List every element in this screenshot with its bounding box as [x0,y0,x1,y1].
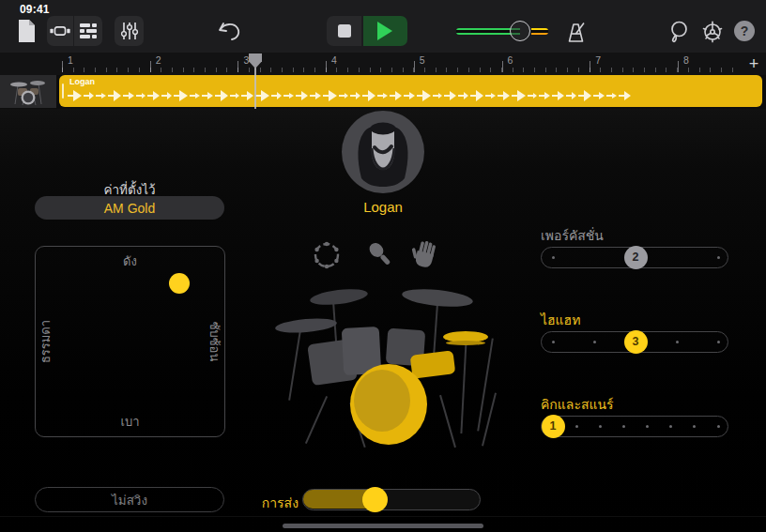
gear-icon [700,20,725,44]
bar-number: 7 [595,54,601,66]
hihat-complexity-slider[interactable]: 3 [541,331,728,353]
my-songs-button[interactable] [11,17,41,45]
slider-dot[interactable] [646,425,649,428]
slider-dot[interactable] [676,341,679,343]
drumkit-thumbnail-icon [7,77,50,106]
fills-thumb[interactable] [362,487,388,512]
track-header-drums[interactable] [0,75,56,108]
region-waveform [68,87,757,103]
hand-icon [409,239,441,271]
region-trim-handle[interactable] [62,84,64,99]
kick-drum-head [354,370,410,432]
home-indicator[interactable] [283,524,483,528]
tracks-view-icon [79,23,98,39]
garageband-drummer-screen: 09:41 [0,0,766,532]
fills-slider[interactable] [302,489,481,510]
slider-dot[interactable] [717,341,720,343]
drumkit-graphic[interactable] [263,281,503,458]
percussion-complexity-slider[interactable]: 2 [541,247,728,268]
settings-button[interactable] [699,19,726,45]
slider-dot[interactable] [622,425,625,428]
slider-dot[interactable] [552,256,555,259]
swing-button[interactable]: ไม่สวิง [35,487,224,512]
bar-number: 3 [243,54,249,66]
metronome-icon [565,22,588,43]
track-controls-button[interactable] [115,16,144,46]
help-button[interactable]: ? [734,21,755,41]
drummer-avatar[interactable] [342,111,424,193]
bar-tick [326,61,327,72]
bar-number: 2 [156,54,161,66]
complexity-loudness-pad[interactable]: ดัง เบา ธรรมดา ซับซ้อน [35,246,225,437]
metronome-button[interactable] [563,20,590,44]
kick-snare-slider-group: คิกและสแนร์ 1 [541,394,728,460]
percussion-slider-group: เพอร์คัสชั่น 2 [541,225,728,291]
pad-label-loud: ดัง [36,251,224,271]
bottom-divider [0,516,766,517]
hihat-slider-group: ไฮแฮท 3 [541,310,728,375]
bar-number: 1 [68,54,73,66]
region-view-icon [49,21,71,41]
stop-button[interactable] [327,16,361,46]
slider-dot[interactable] [717,256,720,259]
crash-cymbal-mid [309,286,368,307]
status-clock: 09:41 [20,3,50,16]
hihat-slider-label: ไฮแฮท [541,310,728,327]
slider-knob[interactable]: 1 [542,415,565,438]
tambourine-button[interactable] [309,237,345,273]
bar-number: 8 [683,54,689,66]
pad-label-simple: ธรรมดา [36,320,55,363]
slider-dot[interactable] [669,425,672,428]
hihat-cymbal-lower [446,341,485,345]
drummer-portrait-icon [342,111,424,193]
slider-dot[interactable] [693,425,696,428]
bar-number: 4 [331,54,337,66]
view-switcher [47,16,102,46]
crash-cymbal-left [275,316,338,335]
help-label: ? [741,23,749,38]
bar-tick [678,61,679,72]
track-row: Logan [0,75,766,109]
slider-dot[interactable] [575,425,578,428]
loop-browser-button[interactable] [666,19,692,45]
slider-dot[interactable] [593,341,596,343]
pad-puck[interactable] [169,273,190,294]
slider-knob[interactable]: 2 [624,246,648,269]
slider-knob[interactable]: 3 [624,330,648,354]
snare-drum-active [410,350,456,378]
play-button[interactable] [363,16,407,46]
undo-icon [216,21,241,42]
preset-button[interactable]: AM Gold [35,196,224,220]
regions-view-button[interactable] [47,16,74,46]
pad-label-complex: ซับซ้อน [206,322,225,362]
shaker-button[interactable] [363,237,399,273]
tambourine-icon [310,238,344,272]
master-volume-slider[interactable] [452,21,554,41]
volume-thumb[interactable] [510,21,530,41]
slider-dot[interactable] [552,341,555,343]
drummer-region[interactable]: Logan [59,75,762,107]
slider-dot[interactable] [599,425,602,428]
bar-tick [590,61,590,72]
bar-number: 5 [420,54,425,66]
kick-snare-slider-label: คิกและสแนร์ [541,394,728,411]
undo-button[interactable] [214,19,242,43]
timeline-ruler[interactable]: 12345678 [0,53,766,75]
bar-tick [414,61,415,72]
stop-icon [338,24,351,38]
pad-label-soft: เบา [36,412,224,432]
bar-tick [237,61,238,72]
tracks-view-button[interactable] [74,16,101,46]
bar-tick [502,61,503,72]
bar-tick [62,61,63,72]
kick-snare-complexity-slider[interactable]: 1 [541,416,728,437]
handclap-button[interactable] [407,237,443,273]
shaker-icon [364,238,398,272]
slider-dot[interactable] [717,425,720,428]
mixer-faders-icon [120,22,139,40]
add-bars-button[interactable]: + [743,53,764,75]
transport-controls [327,16,407,46]
volume-peak-bar [531,28,548,35]
bar-tick [150,61,151,72]
drummer-name: Logan [336,199,430,215]
